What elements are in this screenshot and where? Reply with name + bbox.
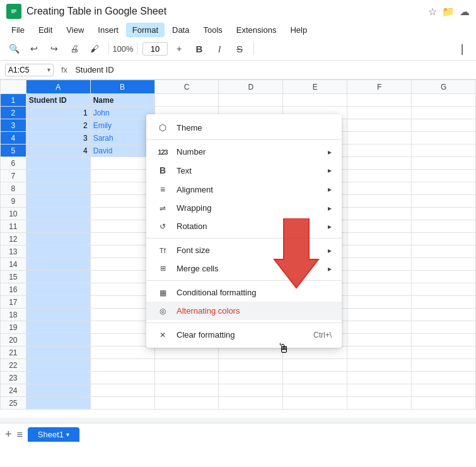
cell-g22[interactable] bbox=[412, 359, 476, 372]
cell-b20[interactable] bbox=[90, 334, 154, 346]
zoom-level[interactable]: 100% bbox=[114, 40, 132, 57]
cell-g9[interactable] bbox=[412, 195, 476, 208]
cell-d24[interactable] bbox=[219, 384, 283, 397]
cell-a18[interactable] bbox=[26, 309, 90, 321]
cell-b2[interactable]: John bbox=[90, 107, 154, 119]
cell-g14[interactable] bbox=[412, 258, 476, 271]
cell-a10[interactable] bbox=[26, 208, 90, 220]
cell-f5[interactable] bbox=[347, 145, 412, 157]
cell-a4[interactable]: 3 bbox=[26, 132, 90, 145]
cell-e1[interactable] bbox=[283, 94, 347, 107]
cell-a12[interactable] bbox=[26, 233, 90, 245]
cell-f16[interactable] bbox=[347, 283, 412, 296]
cell-d22[interactable] bbox=[219, 359, 283, 372]
menu-view[interactable]: View bbox=[60, 23, 90, 37]
cell-a6[interactable] bbox=[26, 157, 90, 170]
cell-f8[interactable] bbox=[347, 182, 412, 195]
cell-b11[interactable] bbox=[90, 220, 154, 233]
cell-a19[interactable] bbox=[26, 321, 90, 334]
cell-a16[interactable] bbox=[26, 283, 90, 296]
cell-f3[interactable] bbox=[347, 119, 412, 132]
horizontal-scrollbar[interactable] bbox=[0, 418, 476, 423]
cell-g10[interactable] bbox=[412, 208, 476, 220]
cell-g7[interactable] bbox=[412, 170, 476, 182]
cell-b14[interactable] bbox=[90, 258, 154, 271]
cell-b5[interactable]: David bbox=[90, 145, 154, 157]
cell-f19[interactable] bbox=[347, 321, 412, 334]
cell-g8[interactable] bbox=[412, 182, 476, 195]
cell-f12[interactable] bbox=[347, 233, 412, 245]
cell-g11[interactable] bbox=[412, 220, 476, 233]
search-button[interactable]: 🔍 bbox=[5, 40, 23, 57]
cell-f10[interactable] bbox=[347, 208, 412, 220]
cell-c23[interactable] bbox=[154, 372, 219, 384]
menu-format[interactable]: Format bbox=[126, 23, 165, 37]
formula-input[interactable]: Student ID bbox=[75, 65, 471, 74]
cell-c22[interactable] bbox=[154, 359, 219, 372]
cell-b15[interactable] bbox=[90, 271, 154, 283]
cell-a8[interactable] bbox=[26, 182, 90, 195]
cell-a23[interactable] bbox=[26, 372, 90, 384]
cell-g6[interactable] bbox=[412, 157, 476, 170]
cell-g20[interactable] bbox=[412, 334, 476, 346]
cell-c25[interactable] bbox=[154, 397, 219, 410]
menu-file[interactable]: File bbox=[5, 23, 31, 37]
cell-d23[interactable] bbox=[219, 372, 283, 384]
cell-b4[interactable]: Sarah bbox=[90, 132, 154, 145]
add-sheet-button[interactable]: + bbox=[5, 428, 12, 441]
menu-data[interactable]: Data bbox=[166, 23, 195, 37]
format-menu-wrapping[interactable]: ⇌ Wrapping ▸ bbox=[146, 199, 342, 217]
cell-b1[interactable]: Name bbox=[90, 94, 154, 107]
cell-f25[interactable] bbox=[347, 397, 412, 410]
cell-e21[interactable] bbox=[283, 346, 347, 359]
font-size-input[interactable]: 10 bbox=[142, 42, 168, 56]
cell-b23[interactable] bbox=[90, 372, 154, 384]
print-button[interactable]: 🖨 bbox=[66, 40, 83, 57]
col-header-d[interactable]: D bbox=[219, 80, 283, 94]
cell-g12[interactable] bbox=[412, 233, 476, 245]
format-menu-alignment[interactable]: ≡ Alignment ▸ bbox=[146, 180, 342, 199]
menu-help[interactable]: Help bbox=[284, 23, 313, 37]
cell-f24[interactable] bbox=[347, 384, 412, 397]
cell-b3[interactable]: Emily bbox=[90, 119, 154, 132]
cell-f22[interactable] bbox=[347, 359, 412, 372]
cell-a20[interactable] bbox=[26, 334, 90, 346]
format-menu-rotation[interactable]: ↺ Rotation ▸ bbox=[146, 217, 342, 235]
cell-a14[interactable] bbox=[26, 258, 90, 271]
cell-a13[interactable] bbox=[26, 245, 90, 258]
cell-b18[interactable] bbox=[90, 309, 154, 321]
sheet-menu-button[interactable]: ≡ bbox=[17, 429, 23, 440]
cell-b22[interactable] bbox=[90, 359, 154, 372]
cell-b6[interactable] bbox=[90, 157, 154, 170]
cell-e25[interactable] bbox=[283, 397, 347, 410]
folder-icon[interactable]: 📁 bbox=[442, 6, 455, 18]
col-header-g[interactable]: G bbox=[412, 80, 476, 94]
cell-g4[interactable] bbox=[412, 132, 476, 145]
cell-g13[interactable] bbox=[412, 245, 476, 258]
cell-b7[interactable] bbox=[90, 170, 154, 182]
cell-b13[interactable] bbox=[90, 245, 154, 258]
format-menu-clearformat[interactable]: ✕ Clear formatting Ctrl+\ bbox=[146, 326, 342, 344]
cell-a22[interactable] bbox=[26, 359, 90, 372]
cell-a11[interactable] bbox=[26, 220, 90, 233]
cell-g25[interactable] bbox=[412, 397, 476, 410]
cell-a15[interactable] bbox=[26, 271, 90, 283]
cell-b12[interactable] bbox=[90, 233, 154, 245]
cloud-icon[interactable]: ☁ bbox=[460, 6, 470, 18]
cell-g15[interactable] bbox=[412, 271, 476, 283]
cell-e24[interactable] bbox=[283, 384, 347, 397]
col-header-c[interactable]: C bbox=[154, 80, 219, 94]
paint-format-button[interactable]: 🖌 bbox=[86, 40, 103, 57]
cell-e23[interactable] bbox=[283, 372, 347, 384]
cell-a9[interactable] bbox=[26, 195, 90, 208]
cell-g2[interactable] bbox=[412, 107, 476, 119]
sheet-tab-dropdown[interactable]: ▾ bbox=[66, 431, 69, 438]
cell-g24[interactable] bbox=[412, 384, 476, 397]
cell-f4[interactable] bbox=[347, 132, 412, 145]
col-header-e[interactable]: E bbox=[283, 80, 347, 94]
cell-b24[interactable] bbox=[90, 384, 154, 397]
cell-a2[interactable]: 1 bbox=[26, 107, 90, 119]
format-menu-theme[interactable]: ⬡ Theme bbox=[146, 118, 342, 137]
cell-reference[interactable]: A1:C5 bbox=[8, 66, 46, 74]
cell-f9[interactable] bbox=[347, 195, 412, 208]
